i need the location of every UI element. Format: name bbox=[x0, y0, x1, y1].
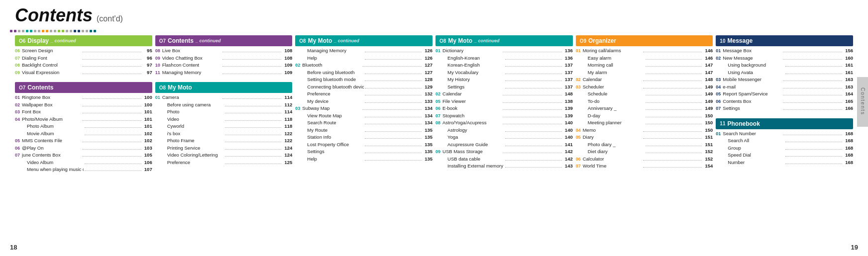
toc-item: 03Font Box101 bbox=[15, 108, 152, 116]
toc-item: 00Menu when playing music content107 bbox=[15, 166, 152, 173]
toc-item-page: 137 bbox=[563, 76, 573, 83]
toc-item-page: 142 bbox=[563, 148, 573, 155]
toc-item: 10Flashcon Content109 bbox=[155, 62, 293, 69]
page-number-left: 18 bbox=[10, 244, 17, 251]
toc-item: 00Cyworld118 bbox=[155, 123, 293, 130]
dot bbox=[90, 30, 92, 32]
toc-dots bbox=[785, 66, 842, 67]
toc-dots bbox=[222, 98, 282, 99]
toc-dots bbox=[783, 88, 842, 88]
toc-dots bbox=[82, 149, 141, 150]
toc-item: 00Settings137 bbox=[435, 84, 573, 91]
toc-dots bbox=[503, 117, 562, 117]
toc-item: 00Photo Album101 bbox=[15, 123, 152, 130]
toc-item-number: 07 bbox=[716, 105, 723, 112]
toc-item: 00Photo diary _151 bbox=[576, 141, 713, 149]
toc-item-page: 126 bbox=[423, 47, 433, 54]
toc-list: 01Dictionary13600English-Korean13600Kore… bbox=[435, 47, 573, 170]
toc-item-label: Scheduler bbox=[583, 84, 642, 90]
toc-item-page: 139 bbox=[563, 105, 573, 112]
toc-item-label: Photo diary _ bbox=[588, 141, 645, 148]
toc-item: 00My Route135 bbox=[295, 127, 433, 134]
toc-item-page: 138 bbox=[563, 98, 573, 105]
toc-item: 02Wallpaper Box100 bbox=[15, 101, 152, 109]
toc-item-page: 137 bbox=[563, 84, 573, 90]
toc-dots bbox=[85, 164, 141, 164]
toc-dots bbox=[82, 52, 141, 52]
toc-item: 06E-book139 bbox=[435, 105, 573, 112]
column-6: 10Message01Message Box15602New Message16… bbox=[716, 35, 853, 175]
toc-item: 00USB data cable142 bbox=[435, 156, 573, 163]
toc-item-number: 05 bbox=[576, 134, 583, 141]
toc-item: 09Video Chatting Box108 bbox=[155, 55, 293, 62]
toc-item-page: 108 bbox=[282, 55, 292, 62]
toc-list: 01Camera11400Before using camera11200Pho… bbox=[155, 94, 293, 166]
toc-item-number: 07 bbox=[15, 55, 22, 62]
toc-item-label: My alarm bbox=[588, 69, 645, 76]
toc-item-page: 151 bbox=[703, 141, 713, 148]
toc-dots bbox=[85, 135, 141, 135]
toc-item-page: 128 bbox=[423, 76, 433, 83]
toc-dots bbox=[646, 146, 702, 146]
toc-item-page: 163 bbox=[843, 84, 853, 90]
toc-item-label: i's box bbox=[167, 130, 224, 137]
toc-item-number: 01 bbox=[435, 48, 442, 55]
section-sec-o7-contents: O7Contents01Ringtone Box10002Wallpaper B… bbox=[15, 82, 152, 173]
toc-dots bbox=[785, 156, 842, 157]
toc-item-page: 147 bbox=[703, 62, 713, 69]
toc-dots bbox=[85, 171, 141, 171]
toc-item-label: Mobile Messenger bbox=[723, 76, 782, 83]
toc-dots bbox=[643, 81, 702, 81]
toc-item: 00Before using bluetooth127 bbox=[295, 69, 433, 77]
toc-item: 09USB Mass Storage142 bbox=[435, 148, 573, 156]
section-header-sec-o6-display: O6Display_ continued bbox=[15, 35, 152, 46]
toc-item-page: 149 bbox=[703, 105, 713, 112]
toc-item: 01Ringtone Box100 bbox=[15, 94, 152, 101]
toc-item-label: @Play On bbox=[22, 145, 81, 152]
toc-dots bbox=[365, 153, 422, 153]
toc-item-number: 05 bbox=[435, 98, 442, 105]
section-subtitle: _ continued bbox=[474, 38, 500, 43]
section-header-sec-11-phonebook: 11Phonebook bbox=[716, 118, 853, 129]
toc-item-page: 149 bbox=[703, 90, 713, 97]
toc-item-number: 06 bbox=[15, 145, 22, 152]
toc-item-page: 132 bbox=[423, 90, 433, 97]
header: Contents (cont'd) bbox=[10, 5, 858, 26]
toc-item-page: 160 bbox=[843, 55, 853, 62]
section-header-sec-10-message: 10Message bbox=[716, 35, 853, 46]
toc-item-label: Video Album bbox=[27, 159, 84, 166]
toc-item-number: 02 bbox=[716, 55, 723, 62]
toc-dots bbox=[82, 74, 141, 74]
toc-item: 07Stopwatch139 bbox=[435, 112, 573, 120]
section-number: O7 bbox=[159, 38, 166, 44]
toc-item-page: 149 bbox=[703, 98, 713, 105]
toc-dots bbox=[365, 138, 422, 139]
toc-dots bbox=[646, 66, 702, 67]
toc-item-page: 97 bbox=[142, 62, 152, 69]
toc-item-page: 101 bbox=[142, 108, 152, 115]
section-title: Contents bbox=[168, 37, 194, 44]
dot bbox=[50, 30, 52, 32]
page-subtitle: (cont'd) bbox=[97, 14, 123, 23]
toc-item: 07june Contents Box105 bbox=[15, 152, 152, 159]
toc-item-page: 165 bbox=[843, 98, 853, 105]
toc-item-label: Calendar bbox=[442, 90, 502, 97]
toc-dots bbox=[646, 109, 702, 110]
toc-dots bbox=[225, 113, 282, 113]
toc-item-page: 96 bbox=[142, 55, 152, 62]
dot bbox=[54, 30, 56, 32]
toc-item: 01Message Box156 bbox=[716, 47, 853, 55]
toc-item-number: 01 bbox=[155, 94, 162, 101]
toc-dots bbox=[783, 81, 842, 81]
toc-dots bbox=[225, 120, 282, 121]
toc-item-number: 02 bbox=[576, 77, 583, 84]
toc-item-page: 135 bbox=[423, 148, 433, 155]
toc-item-label: English-Korean bbox=[447, 55, 504, 62]
toc-item-number: 07 bbox=[15, 152, 22, 159]
toc-item: 07Dialing Font96 bbox=[15, 55, 152, 62]
toc-item-page: 146 bbox=[703, 47, 713, 54]
toc-list: 08Live Box10809Video Chatting Box10810Fl… bbox=[155, 47, 293, 76]
toc-item-label: Settings bbox=[723, 105, 782, 112]
toc-item-label: Settings bbox=[307, 148, 364, 155]
toc-item-number: 03 bbox=[295, 105, 302, 112]
